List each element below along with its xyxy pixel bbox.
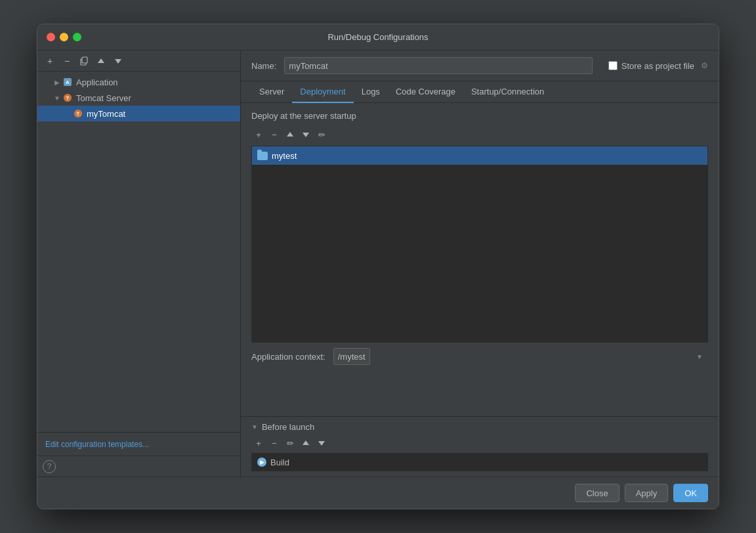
tomcat-icon: T (62, 93, 73, 103)
deploy-item-label: mytest (272, 151, 297, 161)
before-launch-collapse-icon: ▼ (251, 423, 258, 431)
maximize-window-button[interactable] (73, 33, 81, 41)
svg-marker-3 (115, 59, 121, 64)
before-launch-toolbar: + − ✏ (251, 436, 708, 450)
before-launch-section: ▼ Before launch + − ✏ (241, 416, 719, 477)
traffic-lights (47, 33, 81, 41)
svg-marker-11 (303, 133, 309, 137)
deploy-section-label: Deploy at the server startup (251, 111, 708, 121)
before-launch-remove-button[interactable]: − (267, 436, 282, 450)
before-launch-label: Before launch (262, 422, 314, 432)
window-title: Run/Debug Configurations (327, 32, 428, 42)
tab-deployment[interactable]: Deployment (292, 81, 353, 103)
app-context-select[interactable]: /mytest (333, 348, 370, 365)
svg-text:A: A (66, 79, 70, 85)
before-launch-up-button[interactable] (299, 436, 313, 450)
svg-marker-12 (303, 440, 309, 445)
tree-item-application[interactable]: ▶ A Application (37, 74, 240, 90)
name-label: Name: (251, 61, 276, 71)
left-bottom: Edit configuration templates... (37, 432, 240, 456)
svg-rect-1 (82, 57, 87, 63)
add-config-button[interactable]: + (43, 54, 57, 68)
before-launch-add-button[interactable]: + (251, 436, 266, 450)
mytest-folder-icon (257, 152, 268, 160)
tree-arrow-application: ▶ (53, 78, 61, 86)
store-as-project-checkbox[interactable] (608, 61, 618, 70)
tabs-bar: Server Deployment Logs Code Coverage Sta… (241, 81, 719, 103)
svg-marker-13 (318, 441, 325, 446)
name-input[interactable] (284, 57, 592, 74)
remove-config-button[interactable]: − (60, 54, 74, 68)
tab-logs[interactable]: Logs (354, 81, 388, 103)
deploy-move-down-button[interactable] (299, 127, 313, 142)
config-tree: ▶ A Application ▼ T (37, 72, 240, 432)
move-config-up-button[interactable] (94, 54, 108, 68)
deploy-move-up-button[interactable] (283, 127, 297, 142)
tab-code-coverage[interactable]: Code Coverage (388, 81, 463, 103)
tree-label-tomcat-server: Tomcat Server (76, 93, 131, 103)
before-launch-down-button[interactable] (314, 436, 329, 450)
deploy-remove-button[interactable]: − (267, 127, 282, 142)
deploy-section: Deploy at the server startup + − ✏ (241, 103, 719, 416)
left-footer: ? (37, 456, 240, 477)
tree-arrow-tomcat: ▼ (53, 94, 61, 102)
before-launch-build-label: Build (270, 458, 289, 467)
bottom-bar: Close Apply OK (37, 477, 719, 509)
app-context-select-wrapper: /mytest ▼ (333, 348, 708, 365)
app-context-row: Application context: /mytest ▼ (251, 343, 708, 365)
svg-text:T: T (77, 112, 80, 116)
tab-content-deployment: Deploy at the server startup + − ✏ (241, 103, 719, 477)
deploy-add-button[interactable]: + (251, 127, 266, 142)
before-launch-item-build[interactable]: ▶ Build (252, 454, 707, 471)
app-context-label: Application context: (251, 352, 326, 362)
move-config-down-button[interactable] (111, 54, 125, 68)
application-icon: A (62, 77, 73, 87)
svg-marker-10 (287, 132, 293, 137)
apply-button[interactable]: Apply (625, 484, 669, 502)
tab-server[interactable]: Server (251, 81, 292, 103)
content-area: + − ▶ (37, 51, 719, 477)
deploy-toolbar: + − ✏ (251, 126, 708, 143)
name-row: Name: Store as project file ⚙ (241, 51, 719, 81)
titlebar: Run/Debug Configurations (37, 24, 719, 51)
mytomcat-icon: T (73, 108, 83, 119)
gear-icon[interactable]: ⚙ (701, 61, 708, 70)
help-button[interactable]: ? (43, 460, 56, 473)
tree-label-application: Application (76, 77, 118, 87)
before-launch-edit-button[interactable]: ✏ (283, 436, 297, 450)
left-panel: + − ▶ (37, 51, 241, 477)
minimize-window-button[interactable] (60, 33, 68, 41)
close-window-button[interactable] (47, 33, 55, 41)
run-debug-configurations-window: Run/Debug Configurations + − (37, 24, 719, 509)
deploy-list: mytest (251, 146, 708, 343)
tab-startup-connection[interactable]: Startup/Connection (463, 81, 552, 103)
ok-button[interactable]: OK (673, 484, 708, 502)
right-panel: Name: Store as project file ⚙ Server Dep… (241, 51, 719, 477)
before-launch-list: ▶ Build (251, 453, 708, 471)
copy-config-button[interactable] (77, 54, 91, 68)
tree-item-mytomcat[interactable]: ▶ T myTomcat (37, 106, 240, 121)
svg-marker-2 (98, 58, 104, 63)
select-arrow-icon: ▼ (696, 353, 703, 360)
close-button[interactable]: Close (575, 484, 619, 502)
store-project-row: Store as project file ⚙ (608, 61, 708, 71)
tree-item-tomcat-server[interactable]: ▼ T Tomcat Server (37, 90, 240, 106)
edit-config-templates-link[interactable]: Edit configuration templates... (45, 440, 149, 449)
tree-label-mytomcat: myTomcat (87, 109, 125, 119)
svg-text:T: T (66, 96, 70, 100)
deploy-edit-button[interactable]: ✏ (314, 127, 329, 142)
deploy-item-mytest[interactable]: mytest (252, 146, 707, 165)
build-icon: ▶ (257, 458, 266, 467)
left-toolbar: + − (37, 51, 240, 72)
store-as-project-label: Store as project file (621, 61, 694, 71)
before-launch-header[interactable]: ▼ Before launch (251, 422, 708, 432)
